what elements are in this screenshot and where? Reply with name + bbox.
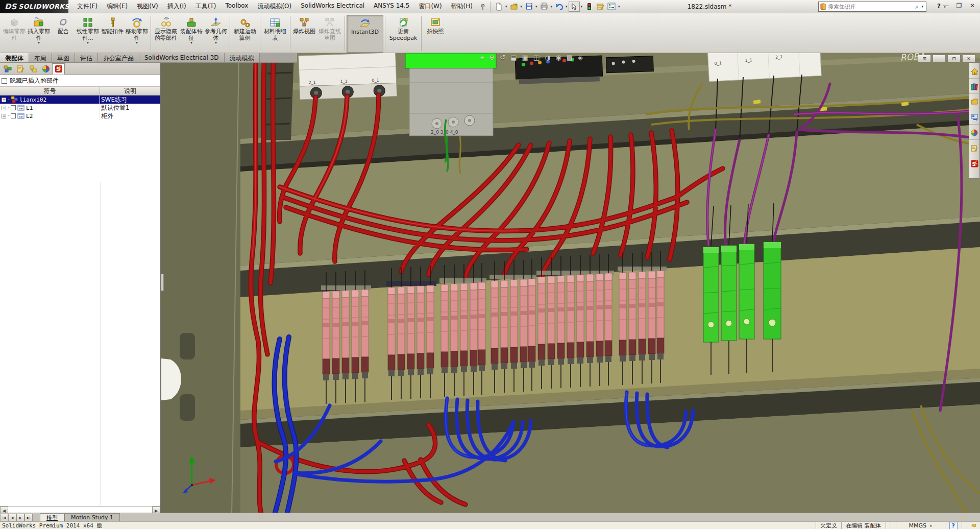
new-dropdown-caret[interactable]: ▾ [505, 5, 507, 9]
search-magnifier-icon[interactable]: ⌕ [915, 3, 919, 10]
save-icon[interactable] [523, 2, 534, 12]
view-orientation-icon[interactable]: ▣ [522, 54, 528, 62]
view-settings-icon[interactable]: ◈ [578, 54, 583, 62]
move-component-button[interactable]: 移动零部件▾ [125, 15, 149, 53]
print-dropdown-caret[interactable]: ▾ [551, 5, 553, 9]
last-tab-icon[interactable]: ▶| [24, 514, 33, 521]
menu-insert[interactable]: 插入(I) [163, 0, 191, 13]
reference-geometry-button[interactable]: 参考几何体▾ [204, 15, 228, 53]
tab-sketch[interactable]: 草图 [52, 53, 75, 62]
undo-icon[interactable] [553, 2, 565, 12]
previous-view-icon[interactable]: ↺ [500, 54, 505, 62]
description-column-header[interactable]: 说明 [100, 87, 160, 95]
solidworks-electrical-icon[interactable]: S [969, 156, 979, 171]
view-palette-icon[interactable] [969, 110, 979, 125]
options-dropdown-caret[interactable]: ▾ [618, 5, 620, 9]
linear-pattern-button[interactable]: 线性零部件...▾ [76, 15, 100, 53]
tab-solidworks-electrical-3d[interactable]: SolidWorks Electrical 3D [139, 53, 225, 62]
menu-edit[interactable]: 编辑(E) [102, 0, 132, 13]
smart-fasteners-button[interactable]: 智能扣件 [100, 15, 125, 53]
tag-icon[interactable] [967, 522, 980, 529]
apply-scene-icon[interactable]: ▤ [567, 54, 573, 62]
expand-icon[interactable]: + [2, 114, 6, 118]
menu-window[interactable]: 窗口(W) [414, 0, 446, 13]
file-properties-icon[interactable] [595, 2, 606, 12]
row-checkbox[interactable] [11, 113, 16, 118]
property-manager-tab[interactable] [14, 63, 27, 75]
expand-icon[interactable]: + [2, 98, 6, 102]
menu-tools[interactable]: 工具(T) [191, 0, 221, 13]
menu-flow-simulation[interactable]: 流动模拟(O) [253, 0, 296, 13]
tree-row-lianxi02[interactable]: +·· lianxi02 SWE练习 [0, 95, 160, 104]
undo-dropdown-caret[interactable]: ▾ [566, 5, 568, 9]
units-selector[interactable]: MMGS ▴ [896, 522, 945, 529]
minimize-button[interactable]: — [941, 2, 950, 9]
mate-button[interactable]: 配合 [51, 15, 76, 53]
file-explorer-icon[interactable] [969, 95, 979, 109]
minimize-document-icon[interactable]: — [933, 55, 946, 62]
display-manager-tab[interactable] [39, 63, 52, 75]
print-icon[interactable] [538, 2, 550, 12]
window-menu-icon[interactable]: ⊞ [918, 55, 931, 62]
section-view-icon[interactable]: ⬓ [510, 54, 517, 62]
menu-solidworks-electrical[interactable]: SolidWorks Electrical [296, 0, 369, 13]
design-library-icon[interactable] [969, 80, 979, 94]
first-tab-icon[interactable]: |◀ [0, 514, 8, 521]
tab-assembly[interactable]: 装配体 [0, 53, 29, 62]
symbol-column-header[interactable]: 符号 [0, 87, 100, 95]
show-hidden-components-button[interactable]: 显示隐藏的零部件 [153, 15, 179, 53]
open-icon[interactable] [508, 2, 520, 12]
knowledge-search-box[interactable]: ⌕ ▾ [818, 2, 926, 12]
menu-file[interactable]: 文件(F) [72, 0, 102, 13]
expand-icon[interactable]: + [2, 106, 6, 110]
feature-manager-tab[interactable] [1, 63, 14, 75]
electrical-manager-tab[interactable]: S [52, 63, 65, 75]
tab-office-products[interactable]: 办公室产品 [98, 53, 139, 62]
select-dropdown-caret[interactable]: ▾ [581, 5, 583, 9]
hide-inserted-checkbox[interactable] [2, 78, 7, 84]
menu-view[interactable]: 视图(V) [132, 0, 163, 13]
save-dropdown-caret[interactable]: ▾ [535, 5, 537, 9]
hide-show-items-icon[interactable]: ◑ [545, 54, 550, 62]
configuration-manager-tab[interactable] [27, 63, 39, 75]
tab-evaluate[interactable]: 评估 [75, 53, 98, 62]
new-motion-study-button[interactable]: 新建运动算例 [232, 15, 258, 53]
tree-row-l1[interactable]: +·· L1 默认位置1 [0, 104, 160, 112]
take-snapshot-button[interactable]: 拍快照 [423, 15, 448, 53]
display-style-icon[interactable]: ◫ [533, 54, 540, 62]
exploded-view-button[interactable]: 爆炸视图 [292, 15, 316, 53]
custom-properties-icon[interactable] [969, 141, 979, 155]
rebuild-traffic-light-icon[interactable] [583, 2, 595, 12]
status-help-button[interactable]: ? [945, 522, 962, 529]
model-tab[interactable]: 模型 [40, 513, 64, 521]
search-dropdown-caret[interactable]: ▾ [921, 5, 923, 9]
update-speedpak-button[interactable]: 更新Speedpak [387, 15, 420, 53]
tree-row-l2[interactable]: +·· L2 柜外 [0, 112, 160, 120]
instant3d-button[interactable]: Instant3D [347, 15, 383, 53]
new-document-icon[interactable] [493, 2, 504, 12]
zoom-area-icon[interactable]: ⊕ [489, 54, 495, 62]
menu-ansys[interactable]: ANSYS 14.5 [369, 0, 414, 13]
graphics-area[interactable]: 2_1 1_1 0_1 2_0 3_0 4_0 [161, 53, 980, 515]
next-tab-icon[interactable]: ▶ [16, 514, 24, 521]
row-checkbox[interactable] [11, 105, 16, 110]
motion-study-tab[interactable]: Motion Study 1 [64, 513, 120, 521]
open-dropdown-caret[interactable]: ▾ [521, 5, 523, 9]
search-input[interactable] [828, 4, 913, 10]
select-cursor-icon[interactable] [569, 2, 580, 12]
tab-layout[interactable]: 布局 [29, 53, 52, 62]
menu-help[interactable]: 帮助(H) [447, 0, 477, 13]
close-button[interactable]: ✕ [968, 2, 977, 9]
solidworks-resources-icon[interactable] [969, 64, 979, 79]
bill-of-materials-button[interactable]: 材料明细表 [262, 15, 288, 53]
insert-component-button[interactable]: 插入零部件▾ [27, 15, 51, 53]
menu-toolbox[interactable]: Toolbox [220, 0, 253, 13]
options-icon[interactable] [606, 2, 617, 12]
restore-document-icon[interactable]: ⊡ [947, 55, 961, 62]
appearances-scenes-icon[interactable] [969, 126, 979, 140]
edit-appearance-icon[interactable]: ◉ [555, 54, 561, 62]
assembly-features-button[interactable]: 装配体特征▾ [179, 15, 204, 53]
close-document-icon[interactable]: ✕ [962, 55, 975, 62]
restore-button[interactable]: ❐ [954, 2, 964, 9]
tab-flow-simulation[interactable]: 流动模拟 [225, 53, 260, 62]
